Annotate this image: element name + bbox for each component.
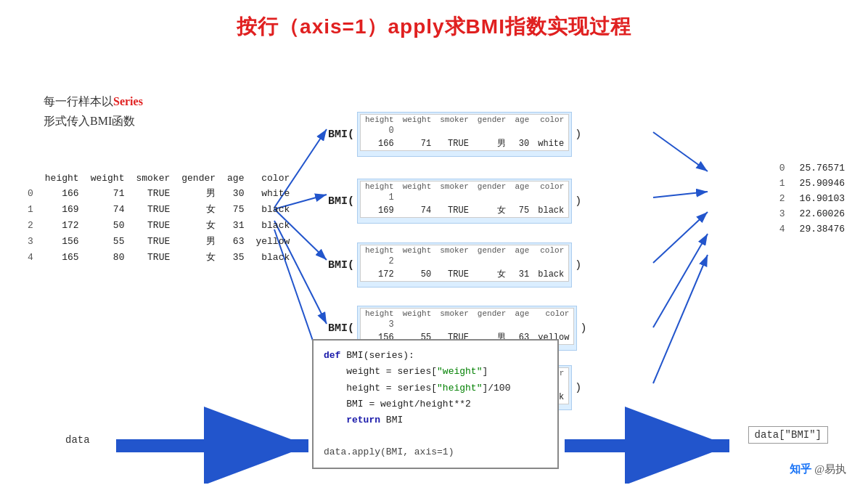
watermark: 知乎 @易执	[790, 462, 846, 476]
code-line7: data.apply(BMI, axis=1)	[324, 444, 547, 460]
svg-line-8	[653, 192, 708, 197]
code-line1: def BMI(series):	[324, 348, 547, 364]
bottom-bmi-label: data["BMI"]	[748, 426, 828, 444]
bmi-call-0: BMI( heightweightsmokergenderagecolor 0 …	[328, 112, 581, 157]
bottom-data-label: data	[65, 434, 90, 446]
result-table: 025.76571 125.90946 216.90103 322.60026 …	[772, 160, 852, 237]
bmi-call-1: BMI( heightweightsmokergenderagecolor 1 …	[328, 179, 581, 224]
code-line3: height = series["height"]/100	[324, 380, 547, 396]
svg-line-7	[653, 132, 708, 171]
svg-line-9	[653, 212, 708, 263]
code-line2: weight = series["weight"]	[324, 364, 547, 380]
svg-line-10	[653, 234, 708, 327]
left-data-table: height weight smoker gender age color 01…	[22, 171, 295, 265]
desc-line1: 每一行样本以	[44, 95, 113, 107]
code-line4: BMI = weight/height**2	[324, 396, 547, 412]
desc-line2: 形式传入BMI函数	[44, 115, 135, 127]
description-text: 每一行样本以Series 形式传入BMI函数	[44, 91, 143, 131]
series-highlight: Series	[113, 95, 143, 107]
code-box: def BMI(series): weight = series["weight…	[312, 339, 559, 469]
bmi-call-2: BMI( heightweightsmokergenderagecolor 2 …	[328, 242, 581, 288]
page-title: 按行（axis=1）apply求BMI指数实现过程	[0, 0, 868, 48]
code-line5: return BMI	[324, 412, 547, 428]
svg-line-11	[653, 255, 708, 383]
